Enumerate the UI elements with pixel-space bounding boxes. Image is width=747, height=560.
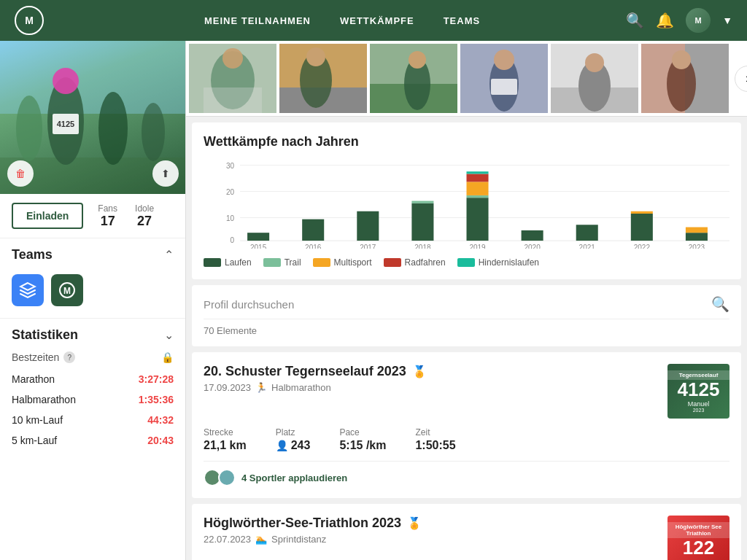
- bib-year-1: 2023: [693, 408, 705, 413]
- team-icon-laufclub[interactable]: M: [51, 274, 83, 306]
- svg-point-35: [672, 50, 691, 69]
- run-icon: 🏃: [255, 382, 267, 393]
- team-icon-alltraining[interactable]: [12, 274, 44, 306]
- event-title-1: 20. Schuster Tegernseelauf 2023 🏅: [204, 364, 667, 379]
- svg-rect-57: [631, 211, 653, 214]
- strip-photo-4[interactable]: [460, 44, 548, 113]
- swim-icon: 🏊: [255, 534, 267, 545]
- legend-radfahren: Radfahren: [384, 257, 446, 268]
- svg-rect-46: [357, 211, 379, 241]
- place-icon: 👤: [276, 440, 288, 451]
- svg-text:2020: 2020: [524, 244, 540, 249]
- stat-strecke: Strecke 21,1 km: [204, 427, 247, 452]
- svg-point-19: [306, 47, 325, 66]
- next-photo-button[interactable]: ›: [735, 66, 747, 92]
- avatar[interactable]: M: [686, 8, 711, 33]
- chart-legend: Laufen Trail Multisport Radfahren Hinder…: [204, 257, 729, 268]
- svg-rect-45: [302, 219, 324, 241]
- event-stats-1: Strecke 21,1 km Platz 👤 243 Pace 5:15 /k…: [204, 427, 729, 452]
- race-bib-1[interactable]: Tegernseelauf 4125 Manuel 2023: [667, 364, 729, 419]
- nav-link-wettkaempfe[interactable]: WETTKÄMPFE: [340, 15, 414, 26]
- teams-toggle-icon[interactable]: ⌃: [164, 248, 174, 262]
- svg-point-14: [222, 48, 243, 69]
- platz-value: 👤 243: [276, 439, 311, 452]
- svg-text:20: 20: [226, 187, 234, 195]
- chevron-down-icon[interactable]: ▼: [722, 15, 732, 26]
- applaud-avatars-1: [204, 469, 236, 486]
- bib-name-1: Manuel: [688, 400, 710, 408]
- stats-header: Statistiken ⌄: [0, 319, 185, 349]
- svg-rect-48: [411, 201, 433, 203]
- applaud-text-1[interactable]: 4 Sportler applaudieren: [241, 472, 347, 483]
- event-meta-1: 17.09.2023 🏃 Halbmarathon: [204, 382, 667, 393]
- chart-svg: 30 20 10 0: [204, 161, 729, 249]
- svg-rect-15: [204, 88, 262, 113]
- strip-photo-6[interactable]: [641, 44, 729, 113]
- svg-rect-49: [467, 198, 489, 241]
- bell-icon[interactable]: 🔔: [656, 12, 674, 29]
- search-icon[interactable]: 🔍: [626, 12, 644, 29]
- info-icon[interactable]: ?: [63, 351, 75, 363]
- svg-text:0: 0: [230, 236, 234, 244]
- race-bib-2[interactable]: Höglwörther See Triathlon 122: [667, 516, 729, 560]
- photo-strip: ›: [186, 41, 747, 117]
- chart-area: 30 20 10 0: [204, 161, 729, 249]
- svg-rect-52: [467, 174, 489, 182]
- legend-trail-color: [263, 258, 281, 267]
- svg-rect-44: [247, 233, 269, 241]
- svg-text:30: 30: [226, 161, 234, 169]
- legend-multisport-color: [313, 258, 330, 267]
- nav-link-teams[interactable]: TEAMS: [444, 15, 481, 26]
- invite-button[interactable]: Einladen: [12, 203, 83, 229]
- legend-hindernislaufen-color: [457, 258, 475, 267]
- svg-rect-51: [467, 182, 489, 195]
- applaud-row-1: 4 Sportler applaudieren: [204, 461, 729, 486]
- bestzeiten-label: Bestzeiten: [12, 351, 59, 363]
- upload-photo-button[interactable]: ⬆: [152, 160, 179, 187]
- stat-zeit: Zeit 1:50:55: [415, 427, 455, 452]
- main-content: › Wettkämpfe nach Jahren 30 20 10 0: [186, 41, 747, 560]
- stat-halbmarathon: Halbmarathon 1:35:36: [0, 389, 185, 410]
- svg-rect-54: [522, 230, 543, 241]
- svg-rect-58: [686, 233, 708, 241]
- stat-marathon: Marathon 3:27:28: [0, 369, 185, 389]
- navigation: M MEINE TEILNAHMEN WETTKÄMPFE TEAMS 🔍 🔔 …: [0, 0, 747, 41]
- nav-link-teilnahmen[interactable]: MEINE TEILNAHMEN: [204, 15, 311, 26]
- event-meta-2: 22.07.2023 🏊 Sprintdistanz: [204, 534, 667, 545]
- stat-pace: Pace 5:15 /km: [339, 427, 386, 452]
- profile-photo: 4125 🗑 ⬆: [0, 41, 186, 194]
- event-badge-2: 🏅: [407, 516, 422, 530]
- svg-text:2019: 2019: [469, 244, 485, 249]
- chart-section: Wettkämpfe nach Jahren 30 20 10 0: [192, 122, 741, 279]
- svg-point-7: [142, 103, 165, 161]
- strip-photo-2[interactable]: [279, 44, 367, 113]
- fans-idols: Fans 17 Idole 27: [98, 203, 154, 229]
- photo-overlay: 🗑 ⬆: [0, 160, 186, 187]
- delete-photo-button[interactable]: 🗑: [7, 160, 34, 187]
- svg-point-5: [98, 92, 128, 165]
- nav-right: 🔍 🔔 M ▼: [626, 8, 732, 33]
- event-title-area-2: Höglwörther-See-Triathlon 2023 🏅 22.07.2…: [204, 516, 667, 545]
- nav-logo[interactable]: M: [15, 6, 44, 35]
- svg-text:2022: 2022: [634, 244, 650, 249]
- strip-photo-3[interactable]: [370, 44, 457, 113]
- svg-point-26: [494, 50, 514, 70]
- strip-photo-5[interactable]: [551, 44, 638, 113]
- teams-title: Teams: [12, 247, 53, 262]
- svg-rect-59: [686, 228, 708, 233]
- legend-laufen: Laufen: [204, 257, 252, 268]
- strip-photo-1[interactable]: [189, 44, 276, 113]
- main-layout: 4125 🗑 ⬆ Einladen Fans 17 Idole 27: [0, 41, 747, 560]
- fans-count: Fans 17: [98, 203, 117, 229]
- stats-toggle-icon[interactable]: ⌄: [164, 328, 174, 342]
- search-placeholder-text: Profil durchsuchen: [204, 298, 294, 311]
- legend-laufen-color: [204, 258, 221, 267]
- svg-rect-55: [576, 225, 598, 241]
- svg-text:2018: 2018: [414, 244, 430, 249]
- stat-platz: Platz 👤 243: [276, 427, 311, 452]
- teams-icons: M: [0, 268, 185, 318]
- legend-radfahren-color: [384, 258, 401, 267]
- svg-text:2015: 2015: [250, 244, 266, 249]
- svg-text:10: 10: [226, 214, 234, 222]
- search-button[interactable]: 🔍: [711, 295, 729, 313]
